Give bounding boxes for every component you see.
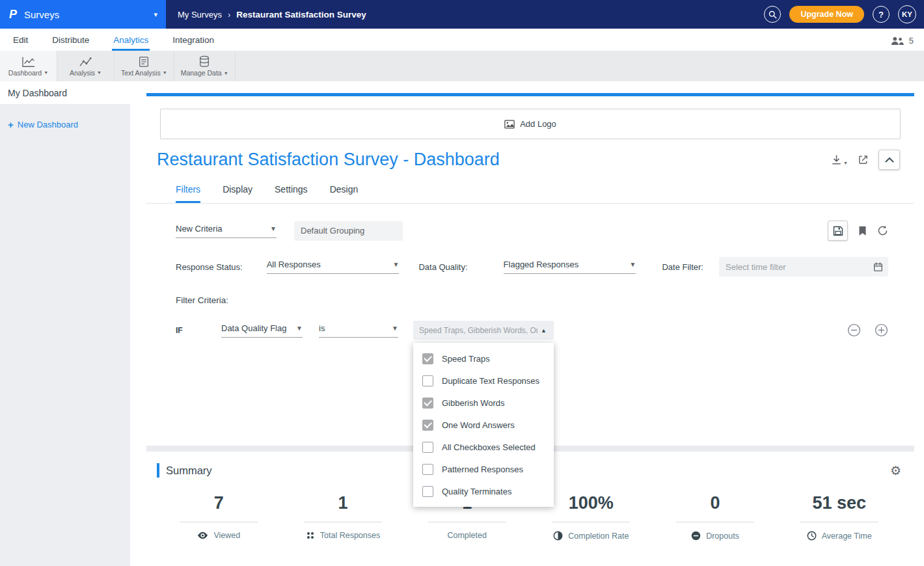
chevron-up-icon [885, 157, 894, 163]
tab-settings[interactable]: Settings [275, 184, 308, 203]
response-status-dropdown[interactable]: All Responses ▼ [267, 260, 400, 274]
nav-item-integration[interactable]: Integration [171, 35, 215, 51]
toolbar-item-text-analysis[interactable]: Text Analysis▼ [115, 51, 174, 81]
download-icon [831, 154, 842, 165]
add-logo-button[interactable]: Add Logo [160, 109, 901, 139]
bookmark-button[interactable] [858, 226, 867, 236]
data-quality-dropdown[interactable]: Flagged Responses ▼ [504, 260, 636, 274]
option-patterned-responses[interactable]: Patterned Responses [413, 458, 554, 480]
stat-viewed: 7 Viewed [157, 493, 281, 541]
search-button[interactable] [764, 6, 781, 23]
add-criteria-button[interactable] [875, 323, 888, 337]
search-icon [768, 10, 777, 19]
page-title: Restaurant Satisfaction Survey - Dashboa… [157, 150, 500, 170]
checkbox[interactable] [422, 486, 433, 497]
save-filter-button[interactable] [828, 221, 848, 241]
chevron-down-icon: ▼ [97, 70, 102, 75]
option-duplicate-text[interactable]: Duplicate Text Responses [413, 370, 554, 392]
data-quality-value: Flagged Responses [504, 260, 579, 269]
dashboard-sidebar: My Dashboard + New Dashboard [0, 81, 130, 566]
chevron-down-icon: ▼ [163, 70, 167, 75]
stat-divider [800, 522, 878, 522]
half-circle-icon [553, 531, 563, 541]
collaborator-count: 5 [909, 36, 914, 46]
option-speed-traps[interactable]: Speed Traps [413, 347, 554, 370]
dashboard-tabs: Filters Display Settings Design [146, 170, 914, 204]
checkbox[interactable] [422, 398, 433, 409]
toolbar-label-manage-data: Manage Data [181, 69, 222, 77]
option-all-checkboxes[interactable]: All Checkboxes Selected [413, 436, 554, 458]
image-icon [504, 120, 515, 129]
database-icon [198, 55, 210, 68]
if-label: IF [176, 326, 189, 335]
response-status-value: All Responses [267, 260, 321, 269]
sidebar-item-my-dashboard[interactable]: My Dashboard [0, 81, 130, 104]
main-content: Add Logo Restaurant Satisfaction Survey … [130, 81, 924, 566]
toolbar-item-dashboard[interactable]: Dashboard▼ [0, 51, 57, 81]
gear-icon[interactable]: ⚙ [890, 465, 901, 477]
checkbox[interactable] [422, 375, 433, 386]
checkbox[interactable] [422, 442, 433, 453]
operator-dropdown[interactable]: is ▼ [319, 323, 398, 338]
criteria-dropdown-value: New Criteria [176, 224, 223, 234]
survey-nav: Edit Distribute Analytics Integration 5 [0, 29, 924, 51]
card-accent-bar [146, 93, 914, 96]
criteria-dropdown[interactable]: New Criteria ▼ [176, 224, 277, 238]
flags-multiselect-value: Speed Traps, Gibberish Words, On [419, 326, 537, 335]
chevron-down-icon: ▼ [296, 325, 303, 332]
stat-label: Dropouts [706, 532, 739, 541]
tab-display[interactable]: Display [223, 184, 252, 203]
toolbar-item-manage-data[interactable]: Manage Data▼ [174, 51, 236, 81]
toolbar-item-analysis[interactable]: Analysis▼ [57, 51, 115, 81]
stat-label: Viewed [213, 531, 240, 540]
flags-multiselect[interactable]: Speed Traps, Gibberish Words, On ▲ [413, 321, 554, 340]
stat-label: Completion Rate [568, 532, 629, 541]
summary-accent-bar [157, 463, 159, 478]
user-avatar[interactable]: KY [898, 5, 916, 23]
add-logo-label: Add Logo [520, 119, 556, 129]
nav-item-edit[interactable]: Edit [12, 35, 29, 51]
share-button[interactable] [858, 154, 869, 165]
nav-item-analytics[interactable]: Analytics [112, 35, 150, 51]
dashboard-card: Add Logo Restaurant Satisfaction Survey … [146, 93, 914, 446]
stat-average-time: 51 sec Average Time [777, 493, 901, 541]
product-switcher[interactable]: P Surveys ▾ [0, 0, 166, 29]
share-icon [858, 154, 869, 165]
breadcrumb-survey-name: Restaurant Satisfaction Survey [236, 10, 366, 20]
checkbox[interactable] [422, 420, 433, 431]
checkbox[interactable] [422, 353, 433, 364]
help-button[interactable]: ? [873, 6, 890, 23]
stat-value: 7 [157, 493, 281, 513]
clock-icon [807, 531, 817, 541]
download-button[interactable]: ▼ [831, 154, 848, 165]
tab-filters[interactable]: Filters [176, 184, 200, 203]
stat-divider [180, 522, 258, 522]
option-quality-terminates[interactable]: Quality Terminates [413, 480, 554, 502]
checkbox[interactable] [422, 464, 433, 475]
nav-item-distribute[interactable]: Distribute [51, 35, 90, 51]
reset-icon [877, 225, 888, 236]
chevron-down-icon: ▾ [154, 10, 157, 19]
remove-criteria-button[interactable] [847, 323, 861, 337]
analytics-toolbar: Dashboard▼ Analysis▼ Text Analysis▼ Mana… [0, 51, 924, 81]
stat-total-responses: 1 Total Responses [281, 493, 405, 541]
stat-label: Average Time [822, 532, 872, 541]
operator-value: is [319, 323, 325, 333]
upgrade-now-button[interactable]: Upgrade Now [789, 6, 864, 23]
reset-button[interactable] [877, 225, 888, 236]
field-dropdown[interactable]: Data Quality Flag ▼ [221, 323, 303, 338]
stat-value: 0 [653, 493, 778, 513]
collapse-button[interactable] [878, 150, 900, 170]
option-one-word-answers[interactable]: One Word Answers [413, 414, 554, 436]
collaborators-indicator[interactable]: 5 [890, 36, 914, 51]
breadcrumb-my-surveys[interactable]: My Surveys [178, 10, 222, 20]
date-filter-input[interactable] [719, 257, 888, 276]
calendar-icon[interactable] [873, 262, 883, 275]
option-gibberish-words[interactable]: Gibberish Words [413, 392, 554, 414]
grouping-input[interactable] [294, 221, 403, 241]
option-label: Duplicate Text Responses [442, 376, 539, 386]
stat-label: Total Responses [320, 531, 380, 540]
tab-design[interactable]: Design [330, 184, 359, 203]
new-dashboard-button[interactable]: + New Dashboard [8, 119, 130, 130]
stat-value: 51 sec [777, 493, 901, 513]
